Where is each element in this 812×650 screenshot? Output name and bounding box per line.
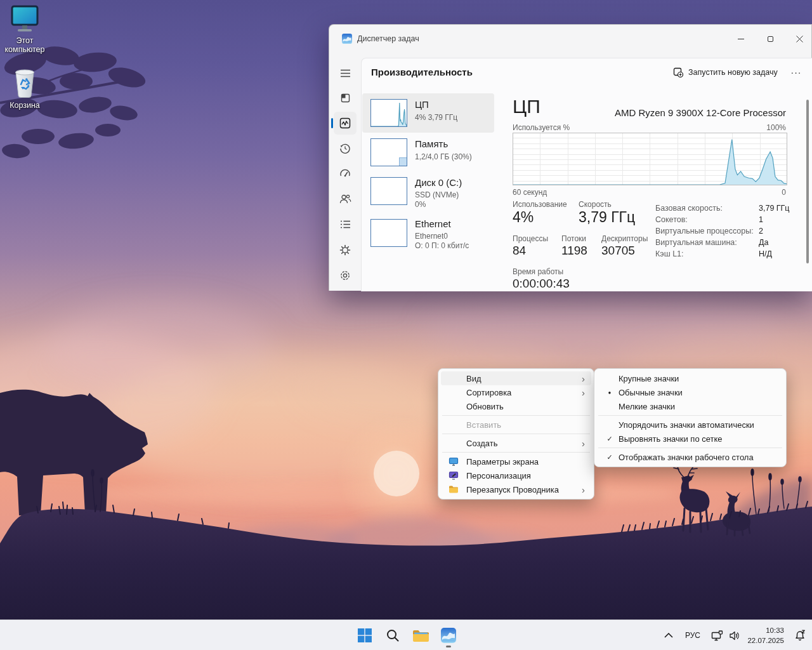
sidebar-selection-pill [331,118,333,128]
recycle-bin-icon [0,67,49,99]
submenu-item-medium-icons[interactable]: ● Обычные значки [597,385,783,399]
sidebar-item-users[interactable] [334,187,357,210]
start-button[interactable] [352,623,377,648]
new-task-icon [673,67,683,77]
checkmark-icon: ✓ [605,453,615,461]
chevron-up-icon [664,633,673,638]
menu-item-label: Параметры экрана [466,457,539,467]
submenu-item-small-icons[interactable]: Мелкие значки [597,399,783,413]
submenu-arrow-icon: › [582,485,585,494]
menu-item-refresh[interactable]: Обновить [441,399,591,413]
search-icon [386,628,400,642]
cpu-heading: ЦП [513,96,540,117]
sidebar-item-details[interactable] [334,213,357,235]
detail-value: Да [759,238,768,247]
submenu-item-align-to-grid[interactable]: ✓ Выровнять значки по сетке [597,432,783,446]
detail-value: Н/Д [759,249,772,258]
users-icon [339,194,351,204]
ellipsis-icon: ··· [791,67,802,77]
maximize-button[interactable] [756,25,785,53]
display-settings-icon [449,456,459,467]
desktop-context-menu: Вид › Сортировка › Обновить Вставить Соз… [438,368,594,500]
sidebar-item-settings[interactable] [334,264,357,287]
sidebar-item-startup-apps[interactable] [334,162,357,185]
menu-item-view[interactable]: Вид › [441,371,591,385]
stat-label: Процессы [513,234,548,243]
metric-detail: 0% [415,200,426,209]
task-manager-window: Диспетчер задач [329,24,812,291]
run-new-task-button[interactable]: Запустить новую задачу [668,63,783,82]
menu-item-new[interactable]: Создать › [441,436,591,450]
tray-time: 10:33 [747,625,784,635]
notification-bell-button[interactable] [789,623,811,648]
metric-detail: SSD (NVMe) [415,190,459,199]
close-icon [796,36,803,43]
menu-item-label: Выровнять значки по сетке [619,434,723,444]
sidebar-item-processes[interactable] [334,86,357,109]
window-title: Диспетчер задач [357,34,419,43]
menu-item-label: Вставить [466,420,501,430]
minimize-button[interactable] [726,25,756,53]
stat-value: 30705 [601,244,635,258]
memory-usage-fill [399,157,407,166]
metric-detail: О: 0 П: 0 кбит/с [415,241,469,250]
submenu-arrow-icon: › [582,439,585,448]
menu-item-paste: Вставить [441,418,591,432]
sidebar-item-app-history[interactable] [334,137,357,160]
menu-item-label: Сортировка [466,388,511,397]
submenu-arrow-icon: › [582,374,585,383]
titlebar[interactable]: Диспетчер задач [329,25,811,53]
desktop-icon-this-pc[interactable]: Этот компьютер [0,5,49,54]
desktop-icon-recycle-bin[interactable]: Корзина [0,67,49,110]
language-indicator[interactable]: РУС [685,631,700,640]
this-pc-icon [0,5,49,34]
metric-name: Ethernet [415,218,451,229]
clock[interactable]: 10:33 22.07.2025 [747,625,784,646]
stat-value: 4% [513,209,534,226]
stat-label: Использование [513,200,567,209]
speedometer-icon [339,168,351,179]
detail-label: Базовая скорость: [655,204,723,213]
menu-item-sort[interactable]: Сортировка › [441,385,591,399]
memory-mini-graph [370,138,407,166]
more-options-button[interactable]: ··· [787,64,805,81]
scrollbar[interactable] [806,100,809,263]
x-axis-label: 60 секунд [513,188,547,197]
run-new-task-label: Запустить новую задачу [688,68,778,77]
sidebar-item-performance[interactable] [334,112,357,135]
sidebar-item-services[interactable] [334,239,357,262]
menu-item-personalization[interactable]: Персонализация [441,468,591,482]
taskbar: РУС 10:33 22.07.2025 [0,620,812,650]
menu-separator [598,415,782,416]
close-button[interactable] [785,25,812,53]
speaker-icon [729,630,741,641]
sidebar-menu-button[interactable] [334,62,357,84]
detail-label: Кэш L1: [655,249,684,258]
windows-logo-icon [357,628,372,643]
file-explorer-button[interactable] [408,623,433,648]
folder-icon [449,484,459,494]
metric-name: ЦП [415,99,429,110]
submenu-item-large-icons[interactable]: Крупные значки [597,371,783,385]
volume-tray-button[interactable] [724,623,745,648]
menu-item-label: Создать [466,439,497,448]
stat-value: 0:00:00:43 [513,277,570,291]
menu-item-label: Мелкие значки [619,402,675,411]
detail-value: 1 [759,215,763,224]
tray-date: 22.07.2025 [747,635,784,646]
submenu-item-auto-arrange[interactable]: Упорядочить значки автоматически [597,418,783,432]
menu-item-restart-explorer[interactable]: Перезапуск Проводника › [441,482,591,496]
menu-item-display-settings[interactable]: Параметры экрана [441,454,591,468]
notification-bell-dnd-icon [794,630,806,641]
detail-label: Виртуальная машина: [655,238,737,247]
task-manager-taskbar-button[interactable] [436,623,461,648]
menu-item-label: Перезапуск Проводника [466,485,559,494]
y-axis-max: 100% [766,123,786,132]
sun [374,451,419,496]
performance-icon [339,117,351,129]
tray-overflow-button[interactable] [658,623,679,648]
search-button[interactable] [380,623,405,648]
submenu-item-show-desktop-icons[interactable]: ✓ Отображать значки рабочего стола [597,450,783,464]
menu-separator [442,452,590,453]
stat-value: 3,79 ГГц [579,209,635,226]
